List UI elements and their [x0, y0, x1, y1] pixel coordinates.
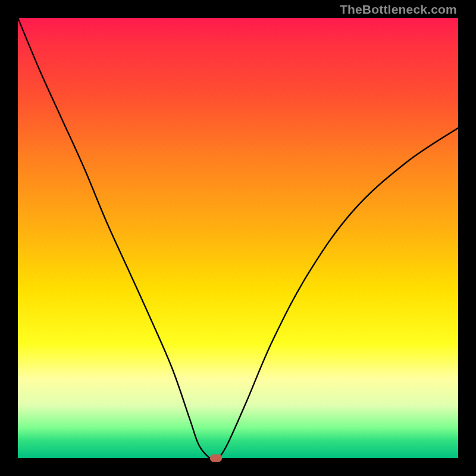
- bottleneck-curve: [18, 18, 458, 458]
- optimum-marker: [210, 455, 222, 462]
- chart-frame: TheBottleneck.com: [0, 0, 476, 476]
- watermark-text: TheBottleneck.com: [340, 2, 457, 17]
- plot-area: [18, 18, 458, 458]
